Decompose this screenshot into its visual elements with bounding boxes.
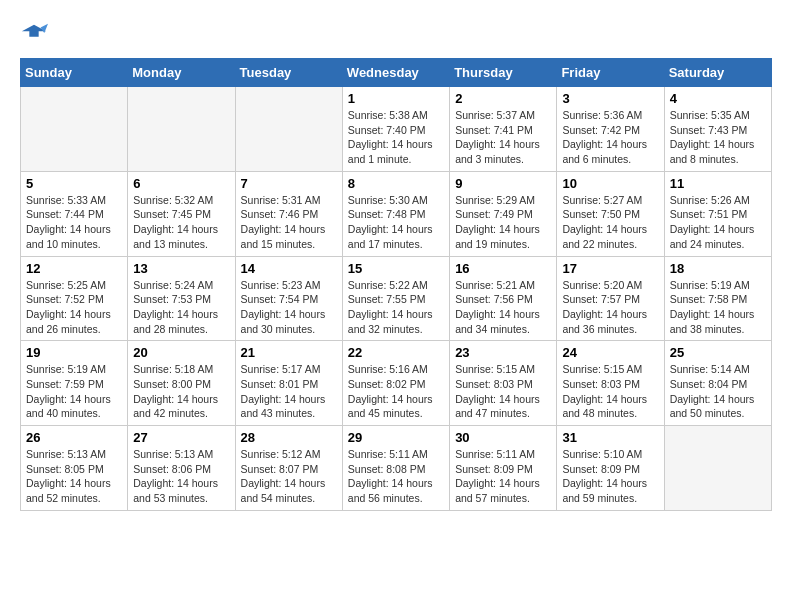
calendar-cell: 28Sunrise: 5:12 AMSunset: 8:07 PMDayligh…	[235, 426, 342, 511]
day-number: 25	[670, 345, 766, 360]
day-number: 7	[241, 176, 337, 191]
calendar-cell: 16Sunrise: 5:21 AMSunset: 7:56 PMDayligh…	[450, 256, 557, 341]
day-number: 9	[455, 176, 551, 191]
svg-marker-0	[22, 25, 46, 37]
day-number: 2	[455, 91, 551, 106]
calendar-table: SundayMondayTuesdayWednesdayThursdayFrid…	[20, 58, 772, 511]
day-number: 21	[241, 345, 337, 360]
calendar-cell	[235, 87, 342, 172]
day-number: 31	[562, 430, 658, 445]
calendar-cell: 23Sunrise: 5:15 AMSunset: 8:03 PMDayligh…	[450, 341, 557, 426]
svg-marker-1	[41, 24, 48, 33]
calendar-cell: 10Sunrise: 5:27 AMSunset: 7:50 PMDayligh…	[557, 171, 664, 256]
day-number: 15	[348, 261, 444, 276]
day-number: 23	[455, 345, 551, 360]
day-number: 29	[348, 430, 444, 445]
calendar-cell: 31Sunrise: 5:10 AMSunset: 8:09 PMDayligh…	[557, 426, 664, 511]
day-info: Sunrise: 5:31 AMSunset: 7:46 PMDaylight:…	[241, 193, 337, 252]
calendar-cell: 27Sunrise: 5:13 AMSunset: 8:06 PMDayligh…	[128, 426, 235, 511]
header	[20, 20, 772, 48]
calendar-cell: 12Sunrise: 5:25 AMSunset: 7:52 PMDayligh…	[21, 256, 128, 341]
day-number: 11	[670, 176, 766, 191]
day-number: 22	[348, 345, 444, 360]
day-number: 27	[133, 430, 229, 445]
day-number: 16	[455, 261, 551, 276]
weekday-header: Thursday	[450, 59, 557, 87]
day-info: Sunrise: 5:26 AMSunset: 7:51 PMDaylight:…	[670, 193, 766, 252]
calendar-cell: 13Sunrise: 5:24 AMSunset: 7:53 PMDayligh…	[128, 256, 235, 341]
calendar-cell: 17Sunrise: 5:20 AMSunset: 7:57 PMDayligh…	[557, 256, 664, 341]
day-info: Sunrise: 5:27 AMSunset: 7:50 PMDaylight:…	[562, 193, 658, 252]
calendar-cell: 11Sunrise: 5:26 AMSunset: 7:51 PMDayligh…	[664, 171, 771, 256]
day-info: Sunrise: 5:23 AMSunset: 7:54 PMDaylight:…	[241, 278, 337, 337]
day-info: Sunrise: 5:25 AMSunset: 7:52 PMDaylight:…	[26, 278, 122, 337]
day-number: 13	[133, 261, 229, 276]
logo-icon	[20, 20, 48, 48]
calendar-cell: 14Sunrise: 5:23 AMSunset: 7:54 PMDayligh…	[235, 256, 342, 341]
calendar-cell: 9Sunrise: 5:29 AMSunset: 7:49 PMDaylight…	[450, 171, 557, 256]
day-info: Sunrise: 5:36 AMSunset: 7:42 PMDaylight:…	[562, 108, 658, 167]
day-number: 4	[670, 91, 766, 106]
day-number: 19	[26, 345, 122, 360]
calendar-cell: 26Sunrise: 5:13 AMSunset: 8:05 PMDayligh…	[21, 426, 128, 511]
day-number: 28	[241, 430, 337, 445]
day-number: 17	[562, 261, 658, 276]
calendar-cell: 20Sunrise: 5:18 AMSunset: 8:00 PMDayligh…	[128, 341, 235, 426]
weekday-header: Sunday	[21, 59, 128, 87]
day-info: Sunrise: 5:20 AMSunset: 7:57 PMDaylight:…	[562, 278, 658, 337]
day-number: 24	[562, 345, 658, 360]
calendar-cell: 19Sunrise: 5:19 AMSunset: 7:59 PMDayligh…	[21, 341, 128, 426]
day-info: Sunrise: 5:35 AMSunset: 7:43 PMDaylight:…	[670, 108, 766, 167]
day-number: 12	[26, 261, 122, 276]
day-info: Sunrise: 5:14 AMSunset: 8:04 PMDaylight:…	[670, 362, 766, 421]
logo	[20, 20, 52, 48]
calendar-cell: 8Sunrise: 5:30 AMSunset: 7:48 PMDaylight…	[342, 171, 449, 256]
calendar-cell	[128, 87, 235, 172]
calendar-cell: 18Sunrise: 5:19 AMSunset: 7:58 PMDayligh…	[664, 256, 771, 341]
day-info: Sunrise: 5:29 AMSunset: 7:49 PMDaylight:…	[455, 193, 551, 252]
day-info: Sunrise: 5:18 AMSunset: 8:00 PMDaylight:…	[133, 362, 229, 421]
calendar-cell: 1Sunrise: 5:38 AMSunset: 7:40 PMDaylight…	[342, 87, 449, 172]
weekday-header: Wednesday	[342, 59, 449, 87]
calendar-cell: 21Sunrise: 5:17 AMSunset: 8:01 PMDayligh…	[235, 341, 342, 426]
day-number: 18	[670, 261, 766, 276]
calendar-cell: 30Sunrise: 5:11 AMSunset: 8:09 PMDayligh…	[450, 426, 557, 511]
day-info: Sunrise: 5:12 AMSunset: 8:07 PMDaylight:…	[241, 447, 337, 506]
day-info: Sunrise: 5:17 AMSunset: 8:01 PMDaylight:…	[241, 362, 337, 421]
day-info: Sunrise: 5:19 AMSunset: 7:58 PMDaylight:…	[670, 278, 766, 337]
day-info: Sunrise: 5:10 AMSunset: 8:09 PMDaylight:…	[562, 447, 658, 506]
calendar-cell	[664, 426, 771, 511]
day-number: 8	[348, 176, 444, 191]
day-number: 5	[26, 176, 122, 191]
day-number: 14	[241, 261, 337, 276]
day-info: Sunrise: 5:33 AMSunset: 7:44 PMDaylight:…	[26, 193, 122, 252]
day-info: Sunrise: 5:13 AMSunset: 8:05 PMDaylight:…	[26, 447, 122, 506]
day-info: Sunrise: 5:13 AMSunset: 8:06 PMDaylight:…	[133, 447, 229, 506]
calendar-cell: 24Sunrise: 5:15 AMSunset: 8:03 PMDayligh…	[557, 341, 664, 426]
day-info: Sunrise: 5:19 AMSunset: 7:59 PMDaylight:…	[26, 362, 122, 421]
calendar-cell: 6Sunrise: 5:32 AMSunset: 7:45 PMDaylight…	[128, 171, 235, 256]
calendar-cell: 4Sunrise: 5:35 AMSunset: 7:43 PMDaylight…	[664, 87, 771, 172]
calendar-cell: 29Sunrise: 5:11 AMSunset: 8:08 PMDayligh…	[342, 426, 449, 511]
weekday-header: Saturday	[664, 59, 771, 87]
day-info: Sunrise: 5:37 AMSunset: 7:41 PMDaylight:…	[455, 108, 551, 167]
calendar-cell: 3Sunrise: 5:36 AMSunset: 7:42 PMDaylight…	[557, 87, 664, 172]
calendar-cell	[21, 87, 128, 172]
day-info: Sunrise: 5:24 AMSunset: 7:53 PMDaylight:…	[133, 278, 229, 337]
day-info: Sunrise: 5:21 AMSunset: 7:56 PMDaylight:…	[455, 278, 551, 337]
day-number: 20	[133, 345, 229, 360]
day-info: Sunrise: 5:11 AMSunset: 8:08 PMDaylight:…	[348, 447, 444, 506]
calendar-cell: 7Sunrise: 5:31 AMSunset: 7:46 PMDaylight…	[235, 171, 342, 256]
day-info: Sunrise: 5:11 AMSunset: 8:09 PMDaylight:…	[455, 447, 551, 506]
day-info: Sunrise: 5:16 AMSunset: 8:02 PMDaylight:…	[348, 362, 444, 421]
day-number: 26	[26, 430, 122, 445]
day-info: Sunrise: 5:30 AMSunset: 7:48 PMDaylight:…	[348, 193, 444, 252]
day-info: Sunrise: 5:15 AMSunset: 8:03 PMDaylight:…	[455, 362, 551, 421]
day-info: Sunrise: 5:15 AMSunset: 8:03 PMDaylight:…	[562, 362, 658, 421]
day-info: Sunrise: 5:22 AMSunset: 7:55 PMDaylight:…	[348, 278, 444, 337]
day-number: 10	[562, 176, 658, 191]
calendar-cell: 22Sunrise: 5:16 AMSunset: 8:02 PMDayligh…	[342, 341, 449, 426]
weekday-header: Tuesday	[235, 59, 342, 87]
weekday-header: Friday	[557, 59, 664, 87]
day-number: 6	[133, 176, 229, 191]
